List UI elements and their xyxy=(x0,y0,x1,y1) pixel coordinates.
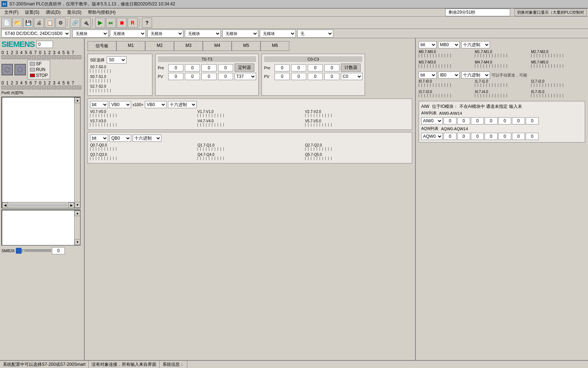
i-col-4: I4.7-I4.0 xyxy=(475,90,529,98)
tb-btn6[interactable]: ⚙ xyxy=(55,18,66,28)
i-range-2: I2.7-I2.0 xyxy=(531,79,585,83)
scroll-up-btn[interactable]: ▲ xyxy=(75,97,80,103)
scroll-down-btn-2[interactable]: ▼ xyxy=(75,239,80,245)
tb-btn7[interactable]: 🔗 xyxy=(70,18,80,28)
scroll-down-btn[interactable]: ▼ xyxy=(75,202,80,208)
aqw-val-1[interactable] xyxy=(457,133,470,140)
timer-select[interactable]: T37T0 xyxy=(235,73,256,80)
i-type-select[interactable]: bit xyxy=(419,71,437,79)
tb-reset-btn[interactable]: R xyxy=(128,18,138,28)
timer-pre-2[interactable] xyxy=(201,64,217,71)
menu-debug[interactable]: 调试(D) xyxy=(43,9,63,16)
v-addr2-select[interactable]: VB0VB1 xyxy=(145,101,166,108)
counter-pre-1[interactable] xyxy=(291,64,306,71)
timer-pv-1[interactable] xyxy=(185,73,200,80)
tb-help-btn[interactable]: ? xyxy=(142,18,152,28)
scroll-up-btn-2[interactable]: ▲ xyxy=(75,210,80,216)
q-ranges-row1: Q0.7-Q0.0 Q1.7-Q1.0 xyxy=(90,143,410,152)
s-area-select[interactable]: S0S1 xyxy=(107,56,126,63)
plc-num-input[interactable] xyxy=(37,41,53,48)
slot7-select[interactable]: 无 xyxy=(297,30,333,38)
tb-run-btn[interactable]: ▶ xyxy=(95,18,105,28)
timer-pv-3[interactable] xyxy=(218,73,233,80)
slot6-select[interactable]: 无模块 xyxy=(260,30,296,38)
timer-pv-2[interactable] xyxy=(201,73,217,80)
q-format-select[interactable]: 十六进制十进制 xyxy=(133,135,161,142)
menu-display[interactable]: 显示(S) xyxy=(64,9,84,16)
m-format-select[interactable]: 十六进制十进制 xyxy=(461,41,490,48)
counter-pv-3[interactable] xyxy=(324,73,339,80)
counter-pv-0[interactable] xyxy=(275,73,290,80)
center-panel: 信号板 M1 M2 M3 M4 M5 M6 S区选择 S0S1 S0.7-S0.… xyxy=(85,38,415,360)
q-addr-select[interactable]: QB0QB1 xyxy=(110,135,131,142)
aiw-val-1[interactable] xyxy=(457,117,470,124)
aiw-val-6[interactable] xyxy=(526,117,539,124)
slot4-select[interactable]: 无模块 xyxy=(185,30,221,38)
aqw-val-6[interactable] xyxy=(526,133,539,140)
aqw-val-0[interactable] xyxy=(444,133,456,140)
scroll-right-btn[interactable]: ▶ xyxy=(68,202,74,208)
q-type-select[interactable]: bitbyte xyxy=(90,135,108,142)
m-type-select[interactable]: bitbyte xyxy=(419,41,437,48)
status-panel: SF RUN STOP xyxy=(27,60,50,79)
signal-board-row: 信号板 M1 M2 M3 M4 M5 M6 xyxy=(88,41,412,51)
i-range-4: I4.7-I4.0 xyxy=(475,90,529,94)
menu-file[interactable]: 文件(F) xyxy=(1,9,21,16)
tb-print-btn[interactable]: 🖨 xyxy=(34,18,44,28)
counter-pv-2[interactable] xyxy=(308,73,323,80)
counter-pre-2[interactable] xyxy=(308,64,323,71)
v-addr-select[interactable]: VB0VB1 xyxy=(110,101,131,108)
aqw-val-2[interactable] xyxy=(471,133,484,140)
tb-new-btn[interactable]: 📄 xyxy=(1,18,12,28)
smb-slider-track[interactable] xyxy=(22,250,51,252)
menu-help[interactable]: 帮助与授权(H) xyxy=(85,9,119,16)
aqw-select[interactable]: AQW0 xyxy=(421,133,443,140)
slot3-select[interactable]: 无模块 xyxy=(147,30,183,38)
main-module-select[interactable]: ST40 DC/DC/DC, 24DC/16D0 xyxy=(1,30,70,38)
v-col-0: V0.7-V0.0 xyxy=(90,110,195,118)
horiz-scrollbar-1: ◀ ▶ xyxy=(2,202,74,208)
tb-btn5[interactable]: 📋 xyxy=(45,18,55,28)
aqw-val-5[interactable] xyxy=(512,133,525,140)
i-addr-select[interactable]: IB0 xyxy=(438,71,460,79)
slot1-select[interactable]: 无模块 xyxy=(72,30,108,38)
v-format-select[interactable]: 十六进制十进制 xyxy=(168,101,197,108)
tb-open-btn[interactable]: 📂 xyxy=(12,18,22,28)
smb-input[interactable] xyxy=(52,247,65,254)
timer-pre-1[interactable] xyxy=(185,64,200,71)
aiw-val-2[interactable] xyxy=(471,117,484,124)
aqw-val-4[interactable] xyxy=(498,133,511,140)
scroll-left-btn[interactable]: ◀ xyxy=(2,202,8,208)
i-format-select[interactable]: 十六进制 xyxy=(461,71,490,79)
timer-pv-0[interactable] xyxy=(168,73,183,80)
aiw-val-4[interactable] xyxy=(498,117,511,124)
slot2-select[interactable]: 无模块 xyxy=(110,30,146,38)
smb-slider-thumb[interactable] xyxy=(16,248,22,254)
i-col-5: I5.7-I5.0 xyxy=(531,90,585,98)
aiw-val-5[interactable] xyxy=(512,117,525,124)
aiw-val-0[interactable] xyxy=(444,117,456,124)
m-addr-select[interactable]: MB0MB1 xyxy=(438,41,460,48)
aiw-val-3[interactable] xyxy=(485,117,498,124)
aiw-select[interactable]: AIW0 xyxy=(421,117,443,124)
tb-btn8[interactable]: 🔌 xyxy=(81,18,91,28)
timer-pre-0[interactable] xyxy=(168,64,183,71)
v-col-1: V1.7-V1.0 xyxy=(197,110,302,118)
toolbar-separator-2 xyxy=(92,18,94,27)
counter-pre-0[interactable] xyxy=(275,64,290,71)
tb-save-btn[interactable]: 💾 xyxy=(23,18,33,28)
aqw-val-3[interactable] xyxy=(485,133,498,140)
tb-stop-btn[interactable]: ⏹ xyxy=(117,18,127,28)
counter-select[interactable]: C0C1 xyxy=(341,73,362,80)
slot5-select[interactable]: 无模块 xyxy=(222,30,258,38)
v-col-2: V2.7-V2.0 xyxy=(305,110,410,118)
switch-window-btn[interactable]: 切换对象窗口显示（大量的PLC控制对 xyxy=(514,9,587,16)
tb-step-btn[interactable]: ⏭ xyxy=(106,18,116,28)
timer-pre-3[interactable] xyxy=(218,64,233,71)
v-header: bitbyte VB0VB1 x100+ VB0VB1 十六进制十进制 xyxy=(90,101,410,108)
counter-pre-3[interactable] xyxy=(324,64,339,71)
v-type-select[interactable]: bitbyte xyxy=(90,101,108,108)
port-label: Port0 内置PN xyxy=(1,91,83,96)
menu-settings[interactable]: 设置(S) xyxy=(22,9,42,16)
counter-pv-1[interactable] xyxy=(291,73,306,80)
